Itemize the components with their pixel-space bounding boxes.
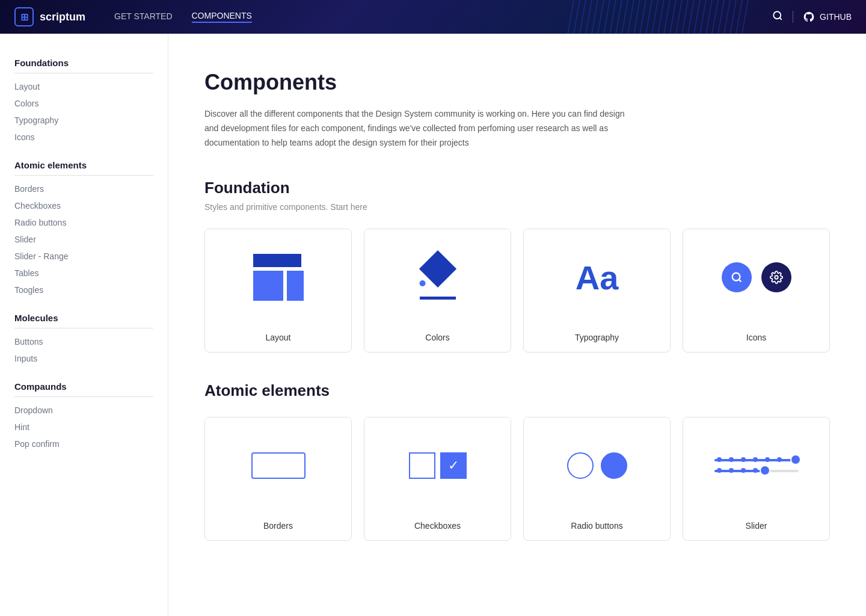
nav-get-started[interactable]: GET STARTED [114,11,172,22]
sidebar-item-borders[interactable]: Borders [14,180,153,197]
card-layout-visual [205,229,351,325]
sidebar-item-colors[interactable]: Colors [14,95,153,112]
layout-bottom-panels [253,271,304,301]
github-link[interactable]: GITHUB [803,11,852,23]
sidebar-item-slider[interactable]: Slider [14,231,153,248]
card-slider-label: Slider [683,514,829,540]
card-colors-visual [364,229,511,325]
main-content: Components Discover all the different co… [168,34,866,616]
card-colors[interactable]: Colors [364,229,511,353]
sidebar-item-radio-buttons[interactable]: Radio buttons [14,214,153,231]
layout-icon [253,254,304,301]
card-checkboxes-visual: ✓ [364,417,511,514]
slider-icon [714,459,799,472]
sidebar-item-hint[interactable]: Hint [14,419,153,436]
github-label: GITHUB [820,12,852,22]
logo[interactable]: ⊞ scriptum [14,7,85,26]
header-right: GITHUB [772,10,852,24]
card-icons-label: Icons [683,325,829,352]
nav-components[interactable]: COMPONENTS [192,11,252,23]
dot-7 [717,468,722,473]
card-layout[interactable]: Layout [204,229,352,353]
dot-3 [741,457,746,462]
card-icons[interactable]: Icons [683,229,830,353]
sidebar-item-slider-range[interactable]: Slider - Range [14,248,153,265]
foundation-section-title: Foundation [204,179,830,197]
sidebar-item-buttons[interactable]: Buttons [14,333,153,350]
dot-5 [765,457,770,462]
card-radio-visual [524,417,670,514]
slider-track-1 [714,459,799,461]
slider-thumb-1 [790,454,801,465]
colors-underline [420,297,456,300]
sidebar-item-dropdown[interactable]: Dropdown [14,402,153,419]
page-layout: Foundations Layout Colors Typography Ico… [0,34,866,616]
sidebar-section-molecules: Molecules [14,313,153,323]
sidebar-item-pop-confirm[interactable]: Pop confirm [14,436,153,452]
sidebar-item-tables[interactable]: Tables [14,265,153,282]
dot-1 [717,457,722,462]
card-borders-label: Borders [205,514,351,540]
card-slider-visual [683,417,829,514]
dot-8 [729,468,734,473]
checkbox-checked-icon: ✓ [440,452,467,479]
foundation-section-subtitle: Styles and primitive components. Start h… [204,202,830,212]
search-circle-icon [722,262,752,292]
sidebar-item-checkboxes[interactable]: Checkboxes [14,197,153,214]
sidebar-item-layout[interactable]: Layout [14,78,153,95]
sidebar-item-toogles[interactable]: Toogles [14,282,153,298]
sidebar-section-foundations: Foundations [14,58,153,68]
card-radio-label: Radio buttons [524,514,670,540]
gear-circle-icon [761,262,791,292]
card-icons-visual [683,229,829,325]
github-icon [803,11,815,23]
slider-thumb-2 [760,465,770,476]
card-typography-label: Typography [524,325,670,352]
dot-6 [777,457,782,462]
layout-top-bar [253,254,301,267]
layout-left-panel [253,271,283,301]
borders-icon [251,452,306,479]
sidebar-section-atomic: Atomic elements [14,160,153,170]
slider-track-2 [714,470,799,472]
colors-drop [419,280,425,286]
sidebar-item-typography[interactable]: Typography [14,112,153,129]
radio-filled-icon [601,452,627,479]
logo-icon: ⊞ [14,7,34,26]
header: ⊞ scriptum GET STARTED COMPONENTS GITHUB [0,0,866,34]
radios-icon [567,452,627,479]
logo-text: scriptum [40,11,85,23]
svg-line-3 [739,280,741,282]
card-layout-label: Layout [205,325,351,352]
sidebar-divider-3 [14,328,153,328]
card-checkboxes-label: Checkboxes [364,514,511,540]
sidebar-item-inputs[interactable]: Inputs [14,350,153,367]
dot-9 [741,468,746,473]
dot-2 [729,457,734,462]
svg-point-4 [775,276,778,280]
icons-icon [722,262,791,292]
card-typography-visual: Aa [524,229,670,325]
page-description: Discover all the different components th… [204,107,637,150]
card-checkboxes[interactable]: ✓ Checkboxes [364,417,511,541]
layout-right-panel [287,271,304,301]
atomic-section-title: Atomic elements [204,381,830,400]
typography-icon: Aa [576,258,619,297]
sidebar-item-icons[interactable]: Icons [14,129,153,146]
sidebar-divider-1 [14,73,153,73]
sidebar-divider-2 [14,175,153,176]
sidebar: Foundations Layout Colors Typography Ico… [0,34,168,616]
slider-dots-2 [717,468,758,473]
card-radio-buttons[interactable]: Radio buttons [523,417,671,541]
slider-dots-1 [717,457,782,462]
card-slider[interactable]: Slider [683,417,830,541]
svg-point-0 [773,11,781,19]
colors-diamond [419,250,456,288]
checkbox-empty-icon [409,452,435,479]
colors-icon [420,256,456,300]
card-typography[interactable]: Aa Typography [523,229,671,353]
search-button[interactable] [772,10,783,24]
card-borders[interactable]: Borders [204,417,352,541]
sidebar-section-compaunds: Compaunds [14,381,153,392]
atomic-cards-grid: Borders ✓ Checkboxes [204,417,830,541]
